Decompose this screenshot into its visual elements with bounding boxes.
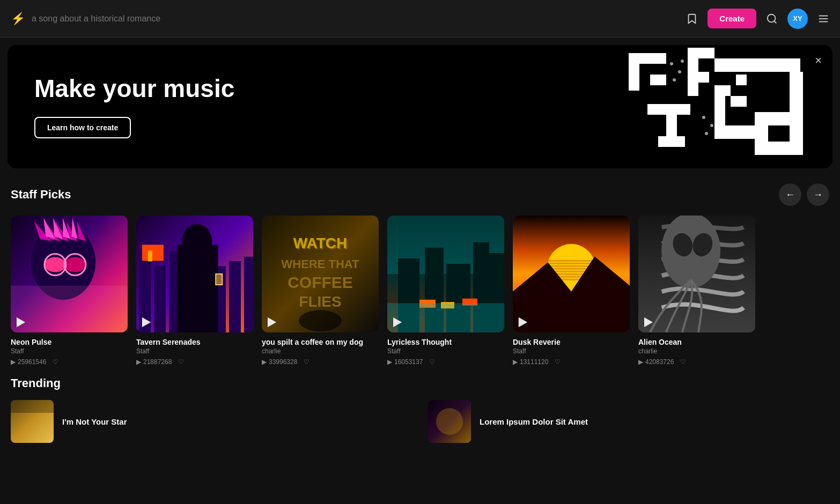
card-author: Staff: [11, 347, 128, 355]
card-title: you spilt a coffee on my dog: [262, 338, 379, 346]
card-play-badge: [643, 316, 654, 328]
card-stats: ▶ 33996328 ♡: [262, 358, 379, 366]
play-count: 42083726: [645, 358, 674, 366]
search-input[interactable]: [32, 14, 514, 24]
play-count: 21887268: [143, 358, 172, 366]
svg-point-31: [705, 132, 708, 135]
card-plays: ▶ 21887268: [136, 358, 172, 366]
play-count: 25961546: [18, 358, 46, 366]
svg-point-26: [678, 70, 681, 73]
card-plays: ▶ 42083726: [638, 358, 674, 366]
svg-point-27: [673, 78, 676, 81]
like-icon[interactable]: ♡: [178, 358, 184, 366]
bolt-icon: ⚡: [11, 12, 25, 26]
staff-pick-card[interactable]: Alien Oceancharlie ▶ 42083726 ♡: [638, 216, 755, 366]
learn-how-button[interactable]: Learn how to create: [34, 117, 131, 138]
trending-section: Trending I'm Not Your StarLorem Ipsum Do…: [0, 371, 840, 448]
search-bar[interactable]: [32, 14, 514, 24]
svg-rect-13: [658, 136, 685, 147]
card-play-badge: [141, 316, 152, 328]
like-icon[interactable]: ♡: [680, 358, 686, 366]
trending-item[interactable]: Lorem Ipsum Dolor Sit Amet: [428, 400, 829, 443]
hero-close-button[interactable]: ×: [815, 54, 822, 68]
svg-point-29: [702, 116, 705, 119]
card-play-badge: [266, 316, 278, 328]
trending-row: I'm Not Your StarLorem Ipsum Dolor Sit A…: [11, 400, 829, 443]
prev-button[interactable]: ←: [779, 183, 801, 206]
svg-rect-16: [731, 96, 747, 107]
play-count: 33996328: [269, 358, 297, 366]
card-plays: ▶ 33996328: [262, 358, 297, 366]
staff-pick-card[interactable]: Lyricless ThoughtStaff ▶ 16053137 ♡: [387, 216, 504, 366]
card-author: Staff: [136, 347, 253, 355]
card-stats: ▶ 13111120 ♡: [513, 358, 630, 366]
card-plays: ▶ 16053137: [387, 358, 423, 366]
bookmark-icon: [686, 13, 698, 25]
avatar[interactable]: XY: [787, 9, 808, 29]
staff-pick-card[interactable]: Dusk ReverieStaff ▶ 13111120 ♡: [513, 216, 630, 366]
menu-button[interactable]: [817, 13, 829, 25]
cards-container: Neon PulseStaff ▶ 25961546 ♡ Tavern Sere…: [11, 216, 829, 366]
staff-picks-section: Staff Picks ← → Neon PulseStaff ▶ 259615…: [0, 168, 840, 371]
card-author: Staff: [513, 347, 630, 355]
card-image: [11, 216, 128, 332]
like-icon[interactable]: ♡: [53, 358, 58, 366]
card-play-badge: [392, 316, 403, 328]
play-icon: ▶: [513, 358, 518, 366]
card-plays: ▶ 13111120: [513, 358, 548, 366]
staff-pick-card[interactable]: Tavern SerenadesStaff ▶ 21887268 ♡: [136, 216, 253, 366]
like-icon[interactable]: ♡: [304, 358, 310, 366]
card-play-badge: [517, 316, 529, 328]
svg-rect-20: [714, 125, 757, 139]
svg-rect-15: [736, 75, 747, 85]
card-author: charlie: [638, 347, 755, 355]
card-author: Staff: [387, 347, 504, 355]
staff-pick-card[interactable]: Neon PulseStaff ▶ 25961546 ♡: [11, 216, 128, 366]
trending-info: I'm Not Your Star: [62, 417, 412, 426]
svg-line-1: [774, 21, 776, 23]
card-image: [262, 216, 379, 332]
next-button[interactable]: →: [807, 183, 829, 206]
card-title: Neon Pulse: [11, 338, 128, 346]
svg-marker-35: [142, 317, 151, 327]
trending-thumb: [428, 400, 471, 443]
svg-marker-43: [644, 317, 653, 327]
svg-point-0: [768, 14, 776, 22]
header-actions: Create XY: [686, 9, 829, 29]
card-stats: ▶ 42083726 ♡: [638, 358, 755, 366]
like-icon[interactable]: ♡: [429, 358, 435, 366]
svg-rect-24: [755, 142, 803, 155]
save-icon-button[interactable]: [686, 13, 698, 25]
play-count: 13111120: [520, 358, 548, 366]
svg-rect-12: [666, 104, 677, 136]
hero-art: [457, 45, 832, 168]
trending-info: Lorem Ipsum Dolor Sit Amet: [480, 417, 829, 426]
hero-art-svg: [457, 45, 832, 168]
card-image: [638, 216, 755, 332]
svg-marker-39: [393, 317, 402, 327]
staff-picks-header: Staff Picks ← →: [11, 183, 829, 206]
trending-item[interactable]: I'm Not Your Star: [11, 400, 412, 443]
card-title: Alien Ocean: [638, 338, 755, 346]
create-button[interactable]: Create: [708, 9, 756, 28]
svg-rect-7: [650, 75, 666, 85]
hero-content: Make your music Learn how to create: [8, 54, 261, 160]
staff-pick-card[interactable]: you spilt a coffee on my dogcharlie ▶ 33…: [262, 216, 379, 366]
card-stats: ▶ 21887268 ♡: [136, 358, 253, 366]
card-title: Lyricless Thought: [387, 338, 504, 346]
search-button[interactable]: [766, 13, 778, 25]
svg-point-28: [681, 60, 684, 63]
search-icon: [766, 13, 778, 25]
trending-title: Trending: [11, 376, 829, 390]
svg-rect-10: [688, 72, 709, 83]
card-stats: ▶ 16053137 ♡: [387, 358, 504, 366]
svg-marker-41: [519, 317, 528, 327]
like-icon[interactable]: ♡: [555, 358, 561, 366]
card-plays: ▶ 25961546: [11, 358, 46, 366]
staff-picks-title: Staff Picks: [11, 188, 71, 202]
svg-rect-6: [629, 53, 639, 91]
hero-title: Make your music: [34, 75, 234, 102]
trending-thumb: [11, 400, 54, 443]
carousel-nav: ← →: [779, 183, 829, 206]
svg-point-30: [710, 124, 713, 127]
